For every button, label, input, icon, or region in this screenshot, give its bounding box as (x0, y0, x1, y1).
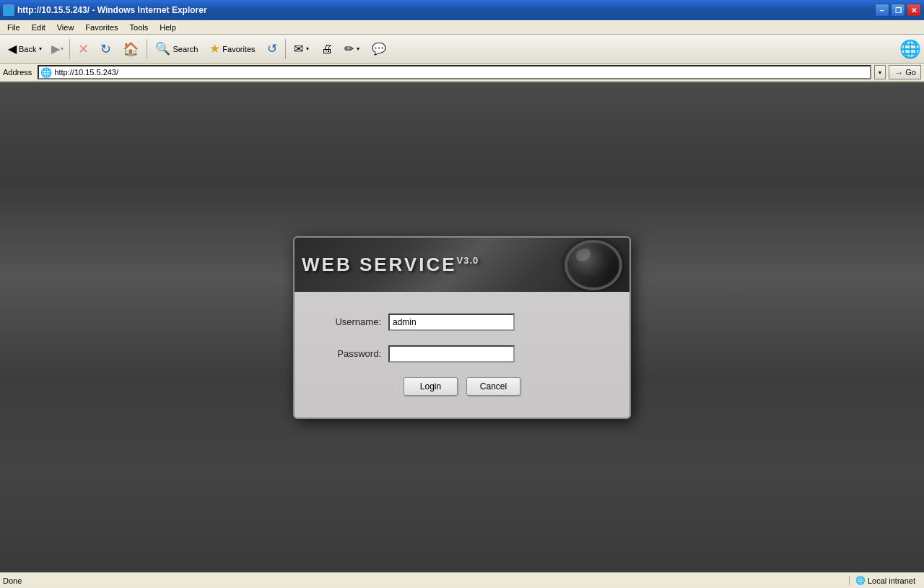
edit-icon: ✏ (344, 42, 354, 56)
dialog-header: WEB SERVICEV3.0 (295, 238, 629, 292)
messenger-icon: 💬 (372, 42, 386, 56)
camera-lens-image (565, 240, 622, 290)
go-arrow-icon: → (894, 67, 903, 78)
zone-icon: 🌐 (855, 576, 866, 585)
mail-button[interactable]: ✉ ▾ (289, 38, 315, 61)
zone-label: Local intranet (868, 576, 915, 585)
edit-button[interactable]: ✏ ▾ (339, 38, 365, 61)
title-bar: 🌐 http://10.15.5.243/ - Windows Internet… (0, 0, 924, 20)
favorites-label: Favorites (222, 45, 255, 53)
print-button[interactable]: 🖨 (316, 38, 338, 61)
home-icon: 🏠 (123, 41, 139, 57)
address-input-wrap: 🌐 (38, 65, 871, 79)
address-input[interactable] (54, 68, 868, 77)
refresh-icon: ↻ (100, 41, 111, 57)
forward-arrow-icon: ▶ (51, 42, 60, 56)
login-dialog: WEB SERVICEV3.0 Username: Password: Logi… (293, 236, 631, 419)
address-bar: Address 🌐 ▾ → Go (0, 64, 924, 82)
password-input[interactable] (388, 345, 515, 363)
toolbar-separator-1 (69, 39, 70, 59)
ie-logo: 🌐 (899, 39, 921, 59)
close-button[interactable]: ✕ (907, 4, 921, 17)
menu-help[interactable]: Help (154, 22, 182, 33)
stop-button[interactable]: ✕ (73, 38, 94, 61)
title-bar-buttons: − ❐ ✕ (875, 4, 921, 17)
search-icon: 🔍 (155, 41, 170, 56)
refresh-button[interactable]: ↻ (95, 38, 116, 61)
login-button[interactable]: Login (404, 377, 458, 396)
dialog-buttons: Login Cancel (323, 377, 601, 396)
back-label: Back (19, 45, 36, 53)
username-input[interactable] (388, 314, 515, 331)
status-bar: Done 🌐 Local intranet (0, 572, 924, 588)
favorites-button[interactable]: ★ Favorites (204, 38, 260, 61)
address-globe-icon: 🌐 (40, 67, 52, 78)
menu-favorites[interactable]: Favorites (79, 22, 123, 33)
toolbar-separator-3 (285, 39, 286, 59)
menu-view[interactable]: View (51, 22, 80, 33)
back-button[interactable]: ◀ Back ▾ (3, 38, 48, 61)
dialog-body: Username: Password: Login Cancel (295, 292, 629, 418)
stop-icon: ✕ (78, 41, 89, 57)
status-zone: 🌐 Local intranet (849, 576, 921, 585)
toolbar: ◀ Back ▾ ▶ ▾ ✕ ↻ 🏠 🔍 Search ★ Favorites … (0, 35, 924, 64)
cancel-button[interactable]: Cancel (466, 377, 520, 396)
go-label: Go (905, 68, 916, 77)
menu-edit[interactable]: Edit (26, 22, 51, 33)
menu-tools[interactable]: Tools (124, 22, 154, 33)
toolbar-separator-2 (147, 39, 147, 59)
menu-file[interactable]: File (1, 22, 26, 33)
password-row: Password: (323, 345, 601, 363)
back-dropdown-icon[interactable]: ▾ (38, 44, 43, 53)
star-icon: ★ (209, 41, 220, 56)
messenger-button[interactable]: 💬 (367, 38, 391, 61)
edit-dropdown-icon[interactable]: ▾ (356, 44, 360, 53)
forward-dropdown-icon[interactable]: ▾ (60, 44, 64, 53)
version-label: V3.0 (457, 255, 479, 266)
search-label: Search (173, 45, 198, 53)
status-text: Done (3, 576, 849, 585)
browser-content: WEB SERVICEV3.0 Username: Password: Logi… (0, 82, 924, 572)
password-label: Password: (323, 348, 388, 359)
title-bar-text: http://10.15.5.243/ - Windows Internet E… (17, 5, 875, 15)
back-arrow-icon: ◀ (8, 42, 17, 56)
forward-button[interactable]: ▶ ▾ (49, 38, 66, 61)
username-row: Username: (323, 314, 601, 331)
username-label: Username: (323, 316, 388, 327)
print-icon: 🖨 (321, 43, 333, 56)
address-dropdown-button[interactable]: ▾ (874, 65, 886, 79)
menu-bar: File Edit View Favorites Tools Help (0, 20, 924, 35)
minimize-button[interactable]: − (875, 4, 889, 17)
history-button[interactable]: ↺ (262, 38, 282, 61)
history-icon: ↺ (267, 41, 277, 56)
browser-icon: 🌐 (3, 4, 14, 16)
search-button[interactable]: 🔍 Search (150, 38, 203, 61)
mail-icon: ✉ (294, 42, 303, 56)
home-button[interactable]: 🏠 (118, 38, 144, 61)
mail-dropdown-icon[interactable]: ▾ (305, 44, 310, 53)
address-label: Address (3, 68, 35, 77)
go-button[interactable]: → Go (889, 65, 921, 79)
restore-button[interactable]: ❐ (891, 4, 905, 17)
